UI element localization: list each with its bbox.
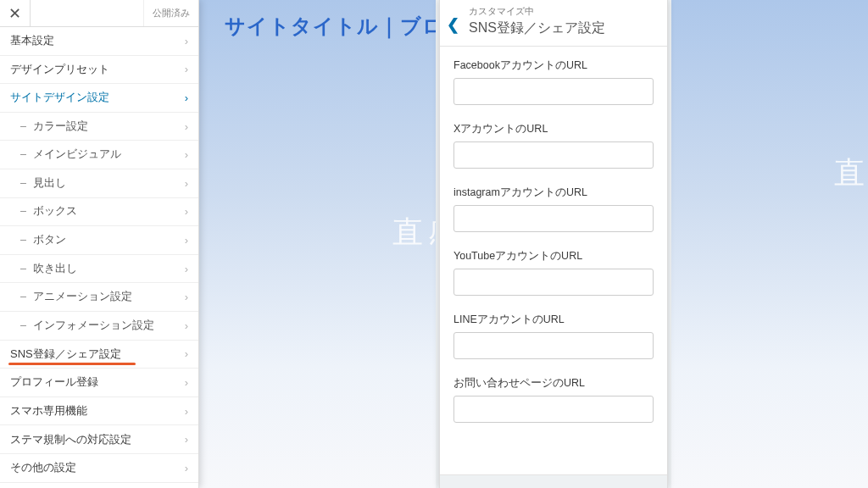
sidebar-item-label: –ボックス bbox=[20, 204, 77, 219]
sidebar-item[interactable]: 基本設定› bbox=[0, 27, 198, 56]
field-label: FacebookアカウントのURL bbox=[453, 58, 654, 73]
sidebar-item-label: –見出し bbox=[20, 176, 66, 191]
url-field-block: LINEアカウントのURL bbox=[453, 313, 654, 359]
panel-header: ❮ カスタマイズ中 SNS登録／シェア設定 bbox=[440, 0, 667, 47]
close-icon: ✕ bbox=[8, 4, 21, 23]
chevron-right-icon: › bbox=[185, 120, 188, 133]
sns-settings-panel: ❮ カスタマイズ中 SNS登録／シェア設定 FacebookアカウントのURLX… bbox=[439, 0, 668, 488]
url-input[interactable] bbox=[453, 332, 654, 359]
close-customizer-button[interactable]: ✕ bbox=[0, 0, 31, 26]
back-button[interactable]: ❮ bbox=[445, 15, 460, 34]
panel-body: FacebookアカウントのURLXアカウントのURLinstagramアカウン… bbox=[440, 47, 667, 474]
url-input[interactable] bbox=[453, 396, 654, 423]
sidebar-item[interactable]: ステマ規制への対応設定› bbox=[0, 425, 198, 454]
sidebar-item-label: スマホ専用機能 bbox=[10, 403, 87, 419]
sidebar-item-label: デザインプリセット bbox=[10, 62, 109, 77]
chevron-right-icon: › bbox=[185, 433, 188, 446]
sidebar-item-text: デザインプリセット bbox=[10, 63, 109, 75]
field-label: LINEアカウントのURL bbox=[453, 313, 654, 327]
sidebar-item-text: カラー設定 bbox=[33, 120, 88, 132]
chevron-right-icon: › bbox=[185, 462, 188, 474]
publish-status[interactable]: 公開済み bbox=[143, 0, 198, 26]
dash-icon: – bbox=[20, 120, 26, 132]
dash-icon: – bbox=[20, 177, 26, 189]
chevron-right-icon: › bbox=[185, 234, 188, 247]
url-field-block: YouTubeアカウントのURL bbox=[453, 249, 654, 296]
chevron-right-icon: › bbox=[185, 35, 188, 47]
chevron-right-icon: › bbox=[185, 347, 188, 360]
sidebar-menu: 基本設定›デザインプリセット›サイトデザイン設定›–カラー設定›–メインビジュア… bbox=[0, 27, 198, 483]
sidebar-item-text: SNS登録／シェア設定 bbox=[10, 347, 121, 360]
sidebar-item-text: プロフィール登録 bbox=[10, 375, 98, 388]
sidebar-item-label: –吹き出し bbox=[20, 262, 77, 276]
sidebar-item-label: プロフィール登録 bbox=[10, 374, 98, 390]
panel-title: SNS登録／シェア設定 bbox=[469, 19, 659, 37]
sidebar-item[interactable]: プロフィール登録› bbox=[0, 369, 198, 397]
sidebar-item[interactable]: サイトデザイン設定› bbox=[0, 84, 198, 113]
url-input[interactable] bbox=[453, 141, 654, 169]
dash-icon: – bbox=[20, 319, 26, 331]
sidebar-item[interactable]: スマホ専用機能› bbox=[0, 397, 198, 426]
dash-icon: – bbox=[20, 148, 26, 160]
sidebar-item[interactable]: デザインプリセット› bbox=[0, 56, 198, 85]
sidebar-subitem[interactable]: –アニメーション設定› bbox=[0, 283, 198, 312]
field-label: XアカウントのURL bbox=[453, 122, 654, 136]
chevron-right-icon: › bbox=[185, 319, 188, 332]
sidebar-subitem[interactable]: –ボタン› bbox=[0, 226, 198, 255]
chevron-right-icon: › bbox=[185, 205, 188, 218]
dash-icon: – bbox=[20, 263, 26, 274]
sidebar-item-label: その他の設定 bbox=[10, 460, 76, 475]
chevron-right-icon: › bbox=[185, 263, 188, 275]
sidebar-item-text: その他の設定 bbox=[10, 461, 76, 474]
sidebar-item-label: –ボタン bbox=[20, 233, 66, 247]
chevron-right-icon: › bbox=[185, 177, 188, 190]
chevron-right-icon: › bbox=[185, 148, 188, 161]
url-field-block: お問い合わせページのURL bbox=[453, 376, 654, 423]
sidebar-subitem[interactable]: –メインビジュアル› bbox=[0, 141, 198, 169]
sidebar-item-text: ボックス bbox=[33, 205, 77, 217]
sidebar-item-label: –カラー設定 bbox=[20, 119, 88, 134]
url-field-block: instagramアカウントのURL bbox=[453, 186, 654, 232]
sidebar-item-text: ボタン bbox=[33, 234, 66, 246]
chevron-right-icon: › bbox=[185, 92, 188, 104]
chevron-right-icon: › bbox=[185, 63, 188, 75]
sidebar-subitem[interactable]: –カラー設定› bbox=[0, 113, 198, 141]
sidebar-subitem[interactable]: –見出し› bbox=[0, 169, 198, 198]
sidebar-item-text: 見出し bbox=[33, 177, 66, 189]
sidebar-item[interactable]: その他の設定› bbox=[0, 454, 198, 483]
field-label: お問い合わせページのURL bbox=[453, 376, 654, 391]
dash-icon: – bbox=[20, 234, 26, 246]
sidebar-subitem[interactable]: –ボックス› bbox=[0, 198, 198, 227]
chevron-left-icon: ❮ bbox=[447, 16, 459, 33]
url-input[interactable] bbox=[453, 269, 654, 296]
field-label: YouTubeアカウントのURL bbox=[453, 249, 654, 263]
sidebar-item-label: –アニメーション設定 bbox=[20, 290, 132, 304]
field-label: instagramアカウントのURL bbox=[453, 186, 654, 200]
sidebar-item-text: ステマ規制への対応設定 bbox=[10, 433, 131, 446]
sidebar-item[interactable]: SNS登録／シェア設定› bbox=[0, 341, 198, 369]
sidebar-subitem[interactable]: –吹き出し› bbox=[0, 255, 198, 284]
sidebar-subitem[interactable]: –インフォメーション設定› bbox=[0, 312, 198, 341]
dash-icon: – bbox=[20, 205, 26, 217]
sidebar-item-label: –メインビジュアル bbox=[20, 147, 121, 162]
sidebar-item-text: メインビジュアル bbox=[33, 148, 121, 160]
sidebar-item-text: 基本設定 bbox=[10, 34, 54, 47]
sidebar-top-bar: ✕ 公開済み bbox=[0, 0, 198, 27]
url-input[interactable] bbox=[453, 205, 654, 232]
hero-text-fragment-right: 直 bbox=[834, 152, 868, 194]
highlight-underline bbox=[8, 363, 136, 365]
sidebar-item-text: アニメーション設定 bbox=[33, 291, 132, 302]
chevron-right-icon: › bbox=[185, 405, 188, 418]
url-field-block: XアカウントのURL bbox=[453, 122, 654, 169]
dash-icon: – bbox=[20, 291, 26, 302]
panel-supertitle: カスタマイズ中 bbox=[469, 5, 659, 18]
url-input[interactable] bbox=[453, 78, 654, 105]
sidebar-item-label: SNS登録／シェア設定 bbox=[10, 347, 121, 362]
chevron-right-icon: › bbox=[185, 291, 188, 303]
sidebar-item-label: サイトデザイン設定 bbox=[10, 90, 109, 105]
sidebar-item-text: 吹き出し bbox=[33, 263, 77, 274]
customize-sidebar: ✕ 公開済み 基本設定›デザインプリセット›サイトデザイン設定›–カラー設定›–… bbox=[0, 0, 199, 488]
sidebar-item-label: 基本設定 bbox=[10, 33, 54, 48]
sidebar-item-text: インフォメーション設定 bbox=[33, 319, 154, 331]
sidebar-item-text: スマホ専用機能 bbox=[10, 404, 87, 417]
